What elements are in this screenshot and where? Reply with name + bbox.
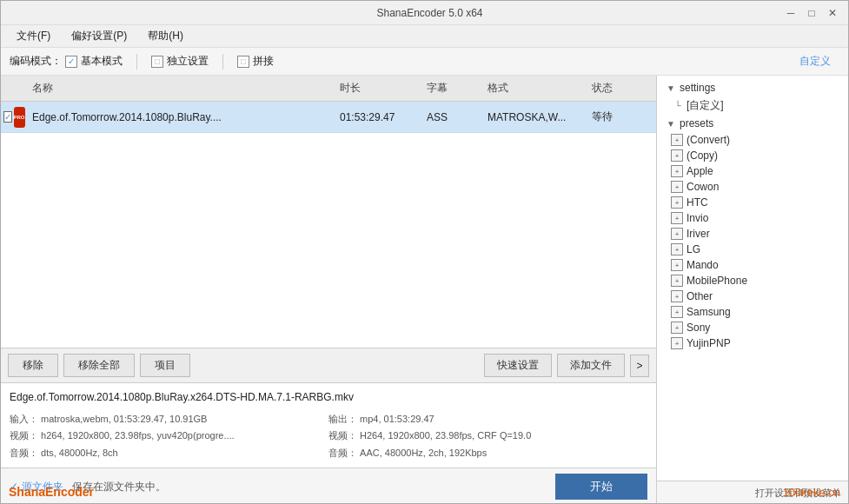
preset-convert: (Convert) <box>686 134 730 146</box>
basic-mode-label: 基本模式 <box>81 54 123 69</box>
tree-item-sony[interactable]: + Sony <box>657 320 848 335</box>
source-folder-label: 源文件夹 <box>22 480 63 494</box>
expand-icon: + <box>671 275 683 287</box>
preset-cowon: Cowon <box>686 181 719 193</box>
file-checkbox[interactable] <box>3 111 12 123</box>
info-audio-out: 音频： AAC, 48000Hz, 2ch, 192Kbps <box>328 445 647 462</box>
title-bar: ShanaEncoder 5.0 x64 ─ □ ✕ <box>1 1 848 25</box>
right-bottom-label: 打开设置和预设菜单 <box>755 487 841 498</box>
tree-item-yujinpnp[interactable]: + YujinPNP <box>657 335 848 351</box>
file-list-body: PRO Edge.of.Tomorrow.2014.1080p.BluRay..… <box>1 102 656 348</box>
tree-settings[interactable]: ▼ settings <box>657 79 848 96</box>
expand-icon: + <box>671 181 683 193</box>
menu-file[interactable]: 文件(F) <box>8 27 59 45</box>
tree-custom[interactable]: └ [自定义] <box>657 96 848 115</box>
app-title: ShanaEncoder 5.0 x64 <box>77 7 782 19</box>
more-button[interactable]: > <box>630 355 649 377</box>
output-value: mp4, 01:53:29.47 <box>360 414 434 424</box>
tree-item-copy[interactable]: + (Copy) <box>657 148 848 163</box>
row-duration: 01:53:29.47 <box>335 108 421 127</box>
video-in-label: 视频： <box>10 430 38 441</box>
tree-presets[interactable]: ▼ presets <box>657 115 848 132</box>
table-row[interactable]: PRO Edge.of.Tomorrow.2014.1080p.BluRay..… <box>1 102 656 133</box>
presets-label: presets <box>680 117 713 129</box>
preset-htc: HTC <box>686 196 708 209</box>
action-bar: 移除 移除全部 项目 快速设置 添加文件 > <box>1 348 656 382</box>
start-button[interactable]: 开始 <box>555 474 647 500</box>
toolbar-divider-1 <box>136 54 137 70</box>
mosaic-setting: □ 拼接 <box>237 54 274 69</box>
tree-item-htc[interactable]: + HTC <box>657 195 848 210</box>
info-grid: 输入： matroska,webm, 01:53:29.47, 10.91GB … <box>10 411 647 462</box>
expand-icon: + <box>671 165 683 177</box>
tree-item-iriver[interactable]: + Iriver <box>657 226 848 242</box>
maximize-button[interactable]: □ <box>803 5 820 21</box>
expand-icon: + <box>671 196 683 209</box>
tree-item-samsung[interactable]: + Samsung <box>657 304 848 320</box>
tree-item-apple[interactable]: + Apple <box>657 163 848 179</box>
expand-icon: + <box>671 306 683 318</box>
encode-mode: 编码模式： ✓ 基本模式 <box>10 54 123 69</box>
settings-expander: ▼ <box>664 81 678 95</box>
encode-mode-checkbox[interactable]: ✓ <box>65 56 77 68</box>
close-button[interactable]: ✕ <box>824 5 841 21</box>
quick-settings-button[interactable]: 快速设置 <box>484 354 552 377</box>
tree-item-lg[interactable]: + LG <box>657 242 848 257</box>
bottom-bar: ✓ 源文件夹 保存在源文件夹中。 开始 <box>1 468 656 504</box>
mosaic-label: 拼接 <box>253 54 274 69</box>
preset-apple: Apple <box>686 165 713 177</box>
toolbar-divider-2 <box>222 54 223 70</box>
expand-icon: + <box>671 322 683 334</box>
col-format: 格式 <box>482 79 587 97</box>
minimize-button[interactable]: ─ <box>782 5 799 21</box>
remove-button[interactable]: 移除 <box>8 354 58 377</box>
preset-copy: (Copy) <box>686 149 718 162</box>
preset-sony: Sony <box>686 322 710 334</box>
output-label: 输出： <box>328 414 357 424</box>
row-status: 等待 <box>587 106 656 128</box>
project-button[interactable]: 项目 <box>140 354 190 377</box>
save-label: 保存在源文件夹中。 <box>72 480 166 494</box>
add-file-button[interactable]: 添加文件 <box>557 354 625 377</box>
col-name: 名称 <box>27 79 335 97</box>
menu-help[interactable]: 帮助(H) <box>139 27 192 45</box>
customize-button[interactable]: 自定义 <box>791 52 839 70</box>
tree-item-convert[interactable]: + (Convert) <box>657 132 848 148</box>
remove-all-button[interactable]: 移除全部 <box>63 354 135 377</box>
tree-item-invio[interactable]: + Invio <box>657 210 848 226</box>
tree-item-other[interactable]: + Other <box>657 288 848 304</box>
info-input: 输入： matroska,webm, 01:53:29.47, 10.91GB <box>10 411 328 428</box>
file-list-header: 名称 时长 字幕 格式 状态 <box>1 76 656 102</box>
toolbar: 编码模式： ✓ 基本模式 □ 独立设置 □ 拼接 自定义 <box>1 48 848 76</box>
video-out-label: 视频： <box>328 430 357 441</box>
input-value: matroska,webm, 01:53:29.47, 10.91GB <box>41 414 207 424</box>
input-label: 输入： <box>10 414 38 424</box>
audio-in-value: dts, 48000Hz, 8ch <box>41 448 118 458</box>
arrow-icon: > <box>636 360 642 372</box>
mosaic-checkbox[interactable]: □ <box>237 56 249 68</box>
row-name: Edge.of.Tomorrow.2014.1080p.BluRay.... <box>27 108 335 127</box>
video-in-value: h264, 1920x800, 23.98fps, yuv420p(progre… <box>41 430 235 441</box>
tree-item-mando[interactable]: + Mando <box>657 257 848 273</box>
info-filename: Edge.of.Tomorrow.2014.1080p.BluRay.x264.… <box>10 388 647 408</box>
info-video-out: 视频： H264, 1920x800, 23.98fps, CRF Q=19.0 <box>328 428 647 445</box>
menu-preferences[interactable]: 偏好设置(P) <box>63 27 136 45</box>
preset-iriver: Iriver <box>686 228 710 240</box>
video-out-value: H264, 1920x800, 23.98fps, CRF Q=19.0 <box>360 430 531 441</box>
expand-icon: + <box>671 290 683 302</box>
info-input-left: 输入： matroska,webm, 01:53:29.47, 10.91GB … <box>10 411 328 462</box>
row-check[interactable]: PRO <box>1 103 27 131</box>
audio-in-label: 音频： <box>10 448 38 458</box>
row-format: MATROSKA,W... <box>482 108 587 127</box>
col-status: 状态 <box>587 79 656 97</box>
independent-checkbox[interactable]: □ <box>151 56 163 68</box>
tree-item-cowon[interactable]: + Cowon <box>657 179 848 195</box>
right-bottom: 打开设置和预设菜单 <box>657 481 848 504</box>
expand-icon: + <box>671 243 683 255</box>
menu-bar: 文件(F) 偏好设置(P) 帮助(H) <box>1 25 848 48</box>
tree-item-mobilephone[interactable]: + MobilePhone <box>657 273 848 288</box>
audio-out-label: 音频： <box>328 448 357 458</box>
col-check <box>1 79 27 97</box>
expand-icon: + <box>671 212 683 224</box>
expand-icon: + <box>671 259 683 271</box>
